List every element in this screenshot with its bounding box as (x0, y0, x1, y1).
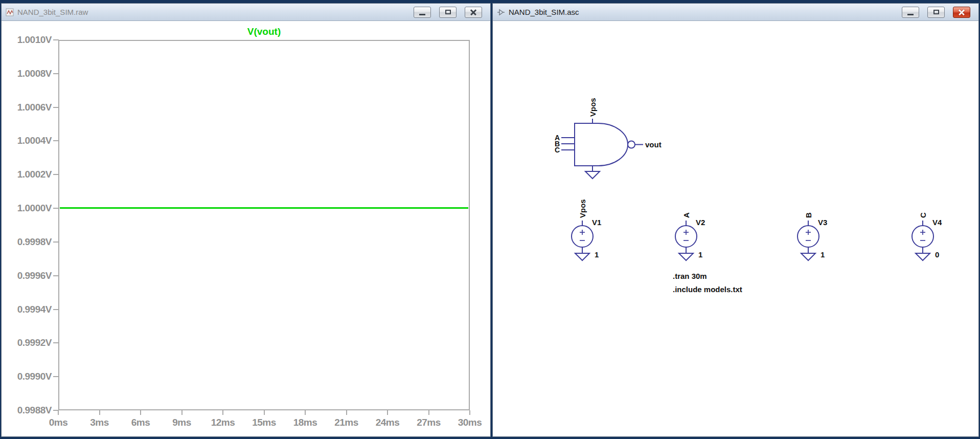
source-value: 0 (935, 250, 939, 259)
close-button[interactable] (953, 7, 970, 18)
y-tick-label: 1.0008V (2, 69, 52, 78)
x-axis-labels: 0ms 3ms 6ms 9ms 12ms 15ms 18ms 21ms 24ms… (38, 417, 490, 428)
waveform-window-titlebar[interactable]: NAND_3bit_SIM.raw (2, 4, 490, 21)
source-value: 1 (595, 250, 599, 259)
schematic-window: NAND_3bit_SIM.asc A (492, 3, 979, 437)
y-tick-label: 1.0002V (2, 170, 52, 179)
schematic-icon (497, 8, 505, 16)
maximize-icon (933, 10, 939, 14)
x-tick-label: 6ms (120, 417, 161, 428)
y-tick-label: 0.9996V (2, 271, 52, 280)
source-net-label: C (919, 212, 927, 218)
x-tick-label: 27ms (408, 417, 449, 428)
source-value: 1 (821, 250, 825, 259)
x-tick-label: 0ms (38, 417, 79, 428)
y-tick-label: 1.0006V (2, 103, 52, 112)
x-tick-label: 30ms (449, 417, 490, 428)
x-tick-label: 15ms (244, 417, 285, 428)
x-tick-label: 12ms (202, 417, 243, 428)
source-name: V3 (818, 218, 827, 227)
source-net-label: Vpos (578, 199, 587, 218)
x-tick-label: 24ms (367, 417, 408, 428)
y-tick-label: 1.0004V (2, 136, 52, 145)
voltage-source-v3[interactable]: B V3 1 (797, 212, 827, 260)
minimize-icon (419, 14, 425, 15)
window-title: NAND_3bit_SIM.asc (509, 8, 579, 16)
y-tick-label: 1.0010V (2, 35, 52, 45)
voltage-source-v2[interactable]: A V2 1 (675, 212, 705, 260)
minimize-button[interactable] (414, 7, 431, 18)
inverter-bubble (628, 141, 635, 148)
plot-pane[interactable]: V(vout) 1.0010V 1.0008V 1.0006V 1.0004V … (2, 21, 490, 436)
gate-input-label-c: C (555, 146, 560, 154)
source-name: V2 (696, 218, 705, 227)
close-button[interactable] (465, 7, 482, 18)
window-controls (902, 7, 970, 18)
vout-trace (60, 207, 468, 209)
trace-legend-title[interactable]: V(vout) (58, 26, 470, 37)
window-title: NAND_3bit_SIM.raw (17, 8, 88, 16)
maximize-button[interactable] (439, 7, 457, 18)
x-tick-label: 18ms (285, 417, 326, 428)
ground-symbol (801, 253, 815, 260)
gate-output-net-label: vout (645, 140, 662, 149)
minimize-button[interactable] (902, 7, 919, 18)
ground-symbol (916, 253, 930, 260)
y-tick-label: 0.9990V (2, 372, 52, 381)
x-tick-label: 3ms (79, 417, 120, 428)
maximize-icon (445, 10, 451, 14)
maximize-button[interactable] (927, 7, 945, 18)
schematic-window-titlebar[interactable]: NAND_3bit_SIM.asc (493, 4, 978, 21)
y-tick-label: 0.9994V (2, 305, 52, 314)
x-axis-ticks (58, 410, 470, 415)
source-net-label: B (804, 212, 813, 218)
y-axis-labels: 1.0010V 1.0008V 1.0006V 1.0004V 1.0002V … (2, 35, 52, 415)
voltage-source-v4[interactable]: C V4 0 (912, 212, 942, 260)
x-tick-label: 9ms (162, 417, 202, 428)
source-net-label: A (682, 212, 691, 218)
y-tick-label: 0.9988V (2, 406, 52, 415)
source-name: V1 (592, 218, 601, 227)
spice-directive-include[interactable]: .include models.txt (673, 285, 742, 294)
x-tick-label: 21ms (326, 417, 367, 428)
schematic-canvas[interactable]: A B C Vpos vout Vpos V1 1 (493, 21, 978, 436)
voltage-source-v1[interactable]: Vpos V1 1 (572, 199, 601, 260)
ground-symbol (585, 171, 600, 179)
waveform-window: NAND_3bit_SIM.raw V(vout) 1.0010V 1.0008… (1, 3, 491, 437)
plot-area[interactable] (58, 40, 470, 410)
ground-symbol (575, 253, 589, 260)
y-tick-label: 0.9992V (2, 338, 52, 347)
gate-power-net-label: Vpos (588, 98, 597, 117)
minimize-icon (907, 14, 914, 15)
window-controls (414, 7, 482, 18)
nand-gate[interactable]: A B C Vpos vout (555, 98, 662, 179)
y-tick-label: 1.0000V (2, 204, 52, 213)
waveform-icon (6, 8, 14, 16)
y-tick-label: 0.9998V (2, 237, 52, 247)
source-value: 1 (698, 250, 702, 259)
ground-symbol (679, 253, 693, 260)
spice-directive-tran[interactable]: .tran 30m (673, 272, 707, 280)
source-name: V4 (932, 218, 942, 227)
schematic-drawing: A B C Vpos vout Vpos V1 1 (493, 21, 978, 436)
